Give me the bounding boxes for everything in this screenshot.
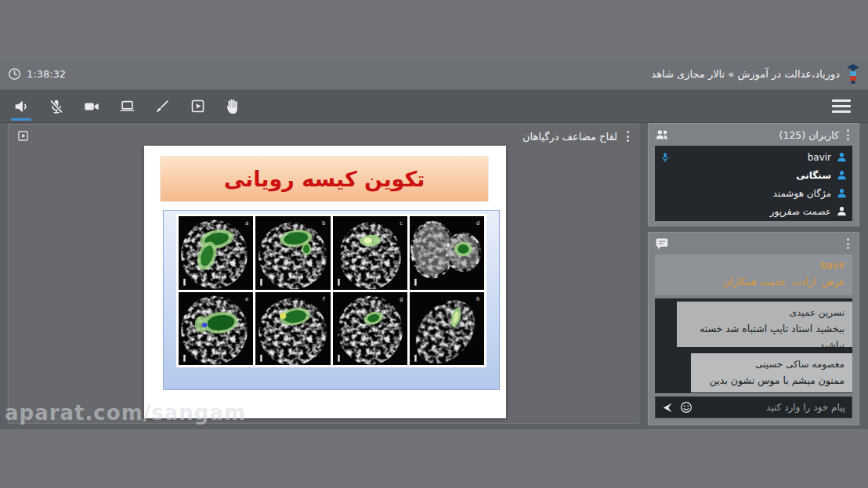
microphone-muted-icon	[48, 98, 65, 115]
micrograph-figure-panel: a b	[163, 210, 500, 390]
send-icon[interactable]	[661, 401, 675, 414]
slide-title: تکوین کیسه رویانی	[224, 167, 425, 191]
presentation-title: لقاح مضاعف درگیاهان	[523, 131, 617, 143]
micrograph-tile: e	[179, 292, 253, 366]
hamburger-menu-icon[interactable]	[832, 99, 851, 113]
person-icon	[836, 151, 848, 163]
raise-hand-button[interactable]	[222, 95, 243, 118]
app-title-group: دوریاد،عدالت در آموزش » تالار مجازی شاهد	[651, 63, 860, 85]
chat-message-bubble: معصومه ساکی حسینی ممنون میشم با موس نشون…	[691, 353, 852, 392]
svg-text:a: a	[245, 219, 248, 226]
speaker-icon	[13, 98, 30, 115]
users-panel: کاربران (125) bavir	[648, 123, 859, 226]
users-icon	[655, 128, 670, 141]
micrograph-tile: d	[410, 216, 484, 290]
screen-share-button[interactable]	[117, 95, 137, 118]
top-band	[0, 0, 868, 59]
slide-title-banner: تکوین کیسه رویانی	[160, 156, 489, 202]
raise-hand-icon	[224, 98, 241, 115]
camera-button[interactable]	[81, 95, 102, 118]
app-title: دوریاد،عدالت در آموزش » تالار مجازی شاهد	[651, 68, 840, 80]
users-panel-title: کاربران (125)	[779, 129, 839, 141]
person-icon	[836, 187, 848, 199]
chat-message-highlight: bavir عرض ارادت خدمت همکاران	[655, 255, 852, 295]
clock-icon	[8, 67, 21, 81]
users-list: bavir سنگانی	[655, 146, 852, 221]
micrograph-tile: c	[333, 216, 407, 290]
chat-message-text: ببخشید استاد تایپ اشتباه شد خسته نباشید	[685, 320, 844, 353]
person-icon	[836, 205, 848, 217]
user-name: مژگان هوشمند	[773, 188, 831, 199]
user-name: سنگانی	[796, 170, 831, 181]
presentation-panel: لقاح مضاعف درگیاهان تکوین کیسه رویانی	[8, 124, 639, 424]
graduate-mascot-logo	[846, 63, 860, 85]
speaker-button[interactable]	[11, 95, 31, 118]
chat-menu-kebab-icon[interactable]	[844, 237, 852, 251]
user-row[interactable]: مژگان هوشمند	[660, 184, 848, 202]
camera-icon	[83, 98, 100, 115]
svg-text:h: h	[476, 295, 479, 302]
content-area: لقاح مضاعف درگیاهان تکوین کیسه رویانی	[0, 123, 868, 429]
micrograph-grid: a b	[176, 214, 486, 367]
user-row[interactable]: سنگانی	[660, 166, 848, 184]
presentation-menu-kebab-icon[interactable]	[624, 129, 632, 143]
micrograph-tile: b	[255, 216, 330, 290]
person-icon	[836, 169, 848, 181]
draw-button[interactable]	[152, 95, 172, 118]
draw-brush-icon	[154, 98, 171, 115]
svg-text:f: f	[322, 295, 325, 302]
media-pod-icon[interactable]	[17, 130, 29, 142]
chat-panel: bavir عرض ارادت خدمت همکاران نسرین عمیدی…	[648, 232, 859, 425]
virtual-classroom-app: 1:38:32 دوریاد،عدالت در آموزش » تالار مج…	[0, 0, 868, 488]
chat-message-bubble: نسرین عمیدی ببخشید استاد تایپ اشتباه شد …	[677, 302, 852, 347]
smiley-icon[interactable]	[680, 401, 693, 414]
chat-message-text: ممنون میشم با موس نشون بدین استاد	[699, 372, 844, 393]
user-row[interactable]: عصمت صفرپور	[660, 202, 848, 220]
chat-messages-area: نسرین عمیدی ببخشید استاد تایپ اشتباه شد …	[655, 298, 852, 393]
active-mic-icon	[660, 151, 671, 163]
chat-sender-name: bavir	[662, 257, 845, 273]
micrograph-tile: h	[410, 292, 484, 366]
micrograph-tile: g	[333, 292, 407, 366]
media-player-button[interactable]	[187, 95, 208, 118]
user-name: bavir	[808, 152, 831, 163]
svg-text:e: e	[245, 295, 248, 302]
micrograph-tile: f	[255, 292, 330, 366]
svg-text:d: d	[476, 219, 479, 226]
user-name: عصمت صفرپور	[770, 206, 831, 217]
users-menu-kebab-icon[interactable]	[844, 128, 852, 142]
chat-sender-name: نسرین عمیدی	[685, 305, 844, 320]
chat-input-bar	[655, 396, 852, 418]
svg-text:b: b	[322, 219, 325, 226]
microphone-button[interactable]	[46, 95, 67, 118]
user-row[interactable]: bavir	[660, 148, 848, 166]
screen-share-icon	[118, 98, 136, 115]
chat-bubble-icon	[655, 237, 669, 250]
session-timer: 1:38:32	[8, 67, 66, 81]
media-player-icon	[190, 98, 206, 114]
timer-value: 1:38:32	[27, 68, 66, 80]
bottom-band	[0, 429, 868, 488]
header-bar: 1:38:32 دوریاد،عدالت در آموزش » تالار مج…	[0, 59, 868, 90]
svg-text:g: g	[399, 295, 402, 302]
slide: تکوین کیسه رویانی a	[144, 146, 506, 418]
svg-text:c: c	[399, 219, 402, 226]
chat-input[interactable]	[693, 402, 852, 413]
micrograph-tile: a	[179, 216, 253, 290]
chat-sender-name: معصومه ساکی حسینی	[699, 356, 844, 372]
main-toolbar	[0, 90, 868, 123]
chat-message-text: عرض ارادت خدمت همکاران	[662, 273, 845, 290]
